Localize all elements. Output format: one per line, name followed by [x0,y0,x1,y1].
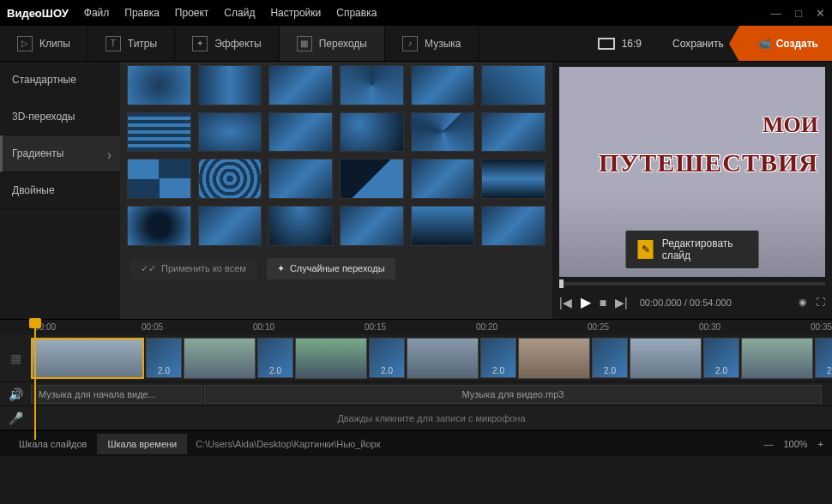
maximize-icon[interactable]: □ [795,7,802,20]
transition-thumb[interactable] [411,112,475,153]
create-button[interactable]: 📹Создать [739,26,832,61]
transition-thumb[interactable] [127,206,191,246]
timeline-ruler[interactable]: 00:00 00:05 00:10 00:15 00:20 00:25 00:3… [0,319,832,334]
transition-clip[interactable]: 2.0 [369,338,405,378]
video-clip[interactable] [518,338,590,379]
sidebar-item-gradients[interactable]: Градиенты [0,135,120,172]
tab-titles[interactable]: TТитры [88,26,175,61]
transition-thumb[interactable] [268,112,333,153]
next-button[interactable]: ▶| [615,296,628,309]
transition-gallery: ✓✓Применить ко всем ✦Случайные переходы [120,62,552,319]
transition-thumb[interactable] [340,112,404,153]
audio-clip[interactable]: Музыка для начала виде... [31,385,202,404]
video-clip[interactable] [630,338,702,379]
fullscreen-icon[interactable]: ⛶ [816,297,825,308]
transition-clip[interactable]: 2.0 [703,338,739,378]
audio-track: 🔊 Музыка для начала виде... Музыка для в… [0,382,832,406]
transition-thumb[interactable] [481,159,546,199]
aspect-icon [598,38,615,50]
transition-thumb[interactable] [411,159,475,199]
stop-button[interactable]: ■ [600,296,606,309]
transition-thumb[interactable] [481,112,546,153]
tab-clips[interactable]: ▷Клипы [0,26,88,61]
tab-transitions[interactable]: ▦Переходы [280,26,385,61]
zoom-level: 100% [783,439,807,449]
titlebar: ВидеоШОУ Файл Правка Проект Слайд Настро… [0,0,832,26]
close-icon[interactable]: ✕ [816,7,825,20]
transition-thumb[interactable] [127,112,191,153]
menu-project[interactable]: Проект [175,7,209,19]
timeline: 00:00 00:05 00:10 00:15 00:20 00:25 00:3… [0,319,832,430]
ruler-mark: 00:10 [253,322,274,332]
video-track-icon: ▦ [0,351,31,365]
transition-thumb[interactable] [127,65,191,105]
transition-thumb[interactable] [127,159,191,199]
transition-thumb[interactable] [481,65,546,105]
menu-file[interactable]: Файл [84,7,110,19]
wand-icon: ✦ [192,36,208,51]
preview-scrubber[interactable] [559,282,825,285]
video-track: ▦ 2.0 2.0 2.0 2.0 2.0 2.0 2.0 [0,334,832,382]
tab-effects[interactable]: ✦Эффекты [175,26,280,61]
sidebar-item-standard[interactable]: Стандартные [0,62,120,99]
video-clip[interactable] [295,338,367,379]
video-clip[interactable] [407,338,479,379]
edit-slide-button[interactable]: ✎ Редактировать слайд [626,231,759,268]
menu-edit[interactable]: Правка [124,7,160,19]
video-clip[interactable] [184,338,256,379]
footer-tab-slides[interactable]: Шкала слайдов [9,434,97,454]
zoom-out-button[interactable]: — [763,439,773,449]
transition-thumb[interactable] [198,206,262,246]
footer: Шкала слайдов Шкала времени C:\Users\Aid… [0,430,832,456]
transition-thumb[interactable] [268,206,333,246]
music-icon: ♪ [402,36,418,51]
tab-music[interactable]: ♪Музыка [385,26,479,61]
transition-thumb[interactable] [198,65,262,105]
menu-slide[interactable]: Слайд [224,7,255,19]
transition-thumb[interactable] [198,112,262,153]
mic-track: 🎤 Дважды кликните для записи с микрофона [0,406,832,430]
preview-viewport[interactable]: МОИ ПУТЕШЕСТВИЯ ✎ Редактировать слайд [559,67,825,277]
transition-clip[interactable]: 2.0 [815,338,832,378]
save-button[interactable]: Сохранить [657,26,739,61]
transition-thumb[interactable] [198,159,262,199]
audio-clip[interactable]: Музыка для видео.mp3 [204,385,822,404]
random-transitions-button[interactable]: ✦Случайные переходы [267,258,395,279]
menu-settings[interactable]: Настройки [270,7,321,19]
sidebar-item-double[interactable]: Двойные [0,172,120,209]
sidebar-item-3d[interactable]: 3D-переходы [0,99,120,135]
transition-clip[interactable]: 2.0 [257,338,293,378]
video-clip[interactable] [31,338,144,379]
playhead[interactable] [34,320,36,440]
time-display: 00:00.000 / 00:54.000 [640,297,732,308]
ruler-mark: 00:20 [476,322,497,332]
app-logo: ВидеоШОУ [7,7,69,20]
video-clip[interactable] [741,338,813,379]
transition-thumb[interactable] [481,206,546,246]
zoom-controls: — 100% + [763,439,823,449]
transition-thumb[interactable] [411,65,475,105]
prev-button[interactable]: |◀ [559,296,572,309]
preview-panel: МОИ ПУТЕШЕСТВИЯ ✎ Редактировать слайд |◀… [552,62,832,319]
mic-hint[interactable]: Дважды кликните для записи с микрофона [31,413,832,423]
transition-clip[interactable]: 2.0 [480,338,516,378]
snapshot-icon[interactable]: ◉ [799,297,807,308]
transition-thumb[interactable] [340,65,404,105]
transition-thumb[interactable] [268,159,333,199]
play-button[interactable]: ▶ [581,294,591,310]
mic-icon: 🎤 [0,411,31,425]
transition-thumb[interactable] [340,159,404,199]
zoom-in-button[interactable]: + [818,439,823,449]
apply-all-button[interactable]: ✓✓Применить ко всем [130,258,256,279]
minimize-icon[interactable]: — [770,7,781,20]
transition-clip[interactable]: 2.0 [146,338,182,378]
footer-tab-timeline[interactable]: Шкала времени [97,434,187,454]
film-icon: ▦ [297,36,312,51]
aspect-ratio[interactable]: 16:9 [582,38,657,50]
transition-thumb[interactable] [268,65,333,105]
transition-thumb[interactable] [340,206,404,246]
transition-thumb[interactable] [411,206,475,246]
transition-clip[interactable]: 2.0 [592,338,628,378]
project-path: C:\Users\Aida\Desktop\Картинки\Нью_йорк [196,439,380,449]
menu-help[interactable]: Справка [336,7,377,19]
